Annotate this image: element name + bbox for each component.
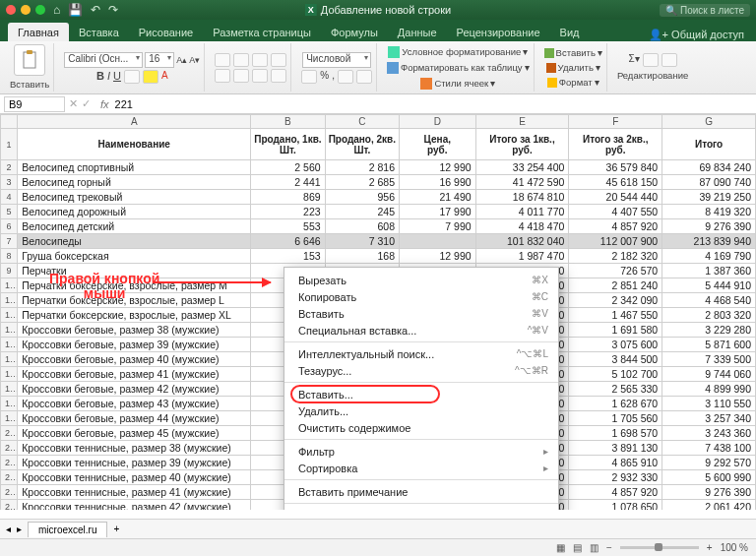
- tab-Разметка страницы[interactable]: Разметка страницы: [203, 23, 321, 41]
- table-format-button[interactable]: Форматировать как таблицу ▾: [387, 61, 530, 75]
- menu-item[interactable]: Сортировка▸: [284, 460, 558, 476]
- fill-icon[interactable]: [643, 53, 659, 67]
- svg-text:X: X: [308, 5, 314, 15]
- menu-item[interactable]: Копировать⌘C: [284, 288, 558, 305]
- tab-Формулы[interactable]: Формулы: [321, 23, 388, 41]
- align-top-icon[interactable]: [215, 53, 230, 67]
- menu-item[interactable]: Фильтр▸: [284, 443, 558, 460]
- dec-inc-icon[interactable]: [338, 70, 353, 84]
- menu-item[interactable]: Удалить...: [284, 402, 558, 419]
- align-right-icon[interactable]: [252, 69, 268, 83]
- zoom-icon[interactable]: [35, 5, 45, 15]
- svg-rect-6: [420, 78, 432, 90]
- cancel-icon[interactable]: ✕: [69, 97, 78, 110]
- col-header[interactable]: G: [662, 115, 756, 129]
- svg-rect-8: [546, 63, 556, 73]
- context-menu: Вырезать⌘XКопировать⌘CВставить⌘VСпециаль…: [284, 267, 559, 510]
- annotation-text: Правой кнопкоймыши: [49, 272, 159, 301]
- formula-input[interactable]: 221: [115, 98, 133, 110]
- number-format-select[interactable]: Числовой: [302, 52, 371, 68]
- clear-icon[interactable]: [662, 53, 677, 67]
- sheet-tab-bar: ◂ ▸ microexcel.ru +: [0, 519, 756, 538]
- table-row[interactable]: 6Велосипед детский5536087 9904 418 4704 …: [1, 219, 756, 234]
- first-sheet-icon[interactable]: ◂: [6, 524, 11, 534]
- name-box[interactable]: B9: [4, 96, 65, 112]
- align-bot-icon[interactable]: [252, 53, 268, 67]
- col-header[interactable]: C: [325, 115, 399, 129]
- table-row[interactable]: 2Велосипед спортивный2 5602 81612 99033 …: [1, 160, 756, 175]
- table-row[interactable]: 4Велосипед трековый86995621 49018 674 81…: [1, 190, 756, 205]
- search-input[interactable]: 🔍 Поиск в листе: [660, 4, 750, 17]
- save-icon[interactable]: 💾: [68, 3, 83, 17]
- add-sheet-button[interactable]: +: [113, 524, 119, 534]
- table-row[interactable]: 7Велосипеды6 6467 310101 832 040112 007 …: [1, 234, 756, 249]
- prev-sheet-icon[interactable]: ▸: [17, 524, 22, 534]
- menu-item[interactable]: Очистить содержимое: [284, 419, 558, 436]
- table-row[interactable]: 8Груша боксерская15316812 9901 987 4702 …: [1, 249, 756, 264]
- font-name-select[interactable]: Calibri (Осн...: [64, 52, 143, 68]
- cond-format-button[interactable]: Условное форматирование ▾: [388, 45, 528, 59]
- view-break-icon[interactable]: ▥: [590, 542, 598, 553]
- tab-Вид[interactable]: Вид: [550, 23, 590, 41]
- align-left-icon[interactable]: [215, 69, 230, 83]
- align-mid-icon[interactable]: [233, 53, 249, 67]
- titlebar: ⌂ 💾 ↶ ↷ X Добавление новой строки 🔍 Поис…: [0, 0, 756, 20]
- delete-cells-button[interactable]: Удалить ▾: [546, 61, 600, 74]
- menu-item[interactable]: Тезаурус...^⌥⌘R: [284, 362, 558, 379]
- tab-Рисование[interactable]: Рисование: [129, 23, 203, 41]
- spreadsheet-grid[interactable]: ABCDEFG1НаименованиеПродано, 1кв. Шт.Про…: [0, 114, 756, 510]
- cell-styles-button[interactable]: Стили ячеек ▾: [420, 77, 495, 91]
- dec-dec-icon[interactable]: [356, 70, 372, 84]
- tab-Рецензирование[interactable]: Рецензирование: [447, 23, 550, 41]
- insert-cells-button[interactable]: Вставить ▾: [544, 46, 602, 59]
- svg-rect-2: [24, 52, 35, 68]
- redo-icon[interactable]: ↷: [108, 3, 118, 17]
- sheet-tab[interactable]: microexcel.ru: [28, 522, 107, 537]
- menu-item[interactable]: Вставить примечание: [284, 483, 558, 500]
- menu-item[interactable]: Формат ячеек...⌘1: [284, 507, 558, 510]
- align-center-icon[interactable]: [233, 69, 249, 83]
- fx-icon[interactable]: fx: [100, 98, 109, 110]
- document-title: Добавление новой строки: [321, 4, 451, 16]
- menu-item[interactable]: Вырезать⌘X: [284, 272, 558, 288]
- wrap-icon[interactable]: [271, 53, 286, 67]
- tab-Главная[interactable]: Главная: [8, 23, 69, 41]
- col-header[interactable]: D: [400, 115, 476, 129]
- paste-button[interactable]: [14, 44, 45, 76]
- view-normal-icon[interactable]: ▦: [556, 542, 565, 553]
- format-cells-button[interactable]: Формат ▾: [547, 76, 599, 89]
- merge-icon[interactable]: [271, 69, 286, 83]
- svg-rect-9: [547, 78, 557, 88]
- zoom-slider[interactable]: [620, 546, 699, 549]
- home-icon[interactable]: ⌂: [53, 3, 60, 17]
- currency-icon[interactable]: [301, 70, 317, 84]
- font-size-select[interactable]: 16: [145, 52, 174, 68]
- fill-color-icon[interactable]: [143, 70, 158, 84]
- undo-icon[interactable]: ↶: [91, 3, 100, 17]
- menu-item[interactable]: Вставить⌘V: [284, 305, 558, 322]
- ribbon: Вставить Calibri (Осн... 16 A▴ A▾ B I U …: [0, 41, 756, 94]
- minimize-icon[interactable]: [21, 5, 31, 15]
- tab-Вставка[interactable]: Вставка: [69, 23, 129, 41]
- table-row[interactable]: 3Велосипед горный2 4412 68516 99041 472 …: [1, 175, 756, 190]
- col-header[interactable]: [1, 115, 18, 129]
- col-header[interactable]: A: [18, 115, 251, 129]
- menu-item[interactable]: Вставить...: [284, 386, 558, 402]
- svg-rect-4: [388, 46, 400, 58]
- border-icon[interactable]: [124, 70, 140, 84]
- font-color-icon[interactable]: A: [161, 70, 168, 84]
- col-header[interactable]: E: [475, 115, 569, 129]
- menu-item[interactable]: Специальная вставка...^⌘V: [284, 322, 558, 339]
- view-layout-icon[interactable]: ▤: [573, 542, 582, 553]
- window-controls[interactable]: [6, 5, 45, 15]
- confirm-icon[interactable]: ✓: [82, 97, 91, 110]
- menu-item[interactable]: Интеллектуальный поиск...^⌥⌘L: [284, 345, 558, 362]
- col-header[interactable]: F: [569, 115, 662, 129]
- table-row[interactable]: 5Велосипед дорожный22324517 9904 011 770…: [1, 205, 756, 219]
- tab-Данные[interactable]: Данные: [388, 23, 447, 41]
- col-header[interactable]: B: [251, 115, 325, 129]
- share-button[interactable]: 👤+ Общий доступ: [645, 29, 748, 41]
- close-icon[interactable]: [6, 5, 16, 15]
- ribbon-tabs: ГлавнаяВставкаРисованиеРазметка страницы…: [0, 20, 756, 41]
- zoom-level[interactable]: 100 %: [721, 542, 748, 553]
